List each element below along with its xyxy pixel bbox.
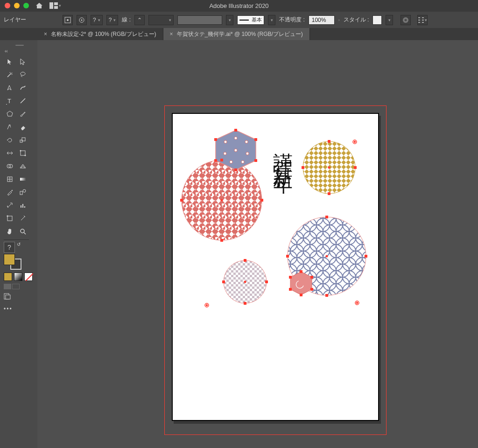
selection-tool[interactable] [4, 56, 16, 68]
scale-tool[interactable] [17, 134, 29, 146]
home-icon[interactable] [35, 2, 43, 9]
svg-point-94 [221, 199, 223, 202]
svg-point-103 [357, 302, 358, 304]
svg-rect-1 [54, 2, 58, 5]
column-graph-tool[interactable] [17, 199, 29, 211]
opacity-chevron-icon[interactable]: › [338, 18, 340, 22]
minimize-window-button[interactable] [14, 3, 20, 8]
screen-mode-normal[interactable] [4, 284, 11, 289]
canvas[interactable]: 謹賀新年 [37, 40, 478, 448]
shape-builder-tool[interactable] [4, 160, 16, 172]
opacity-value: 100% [312, 17, 326, 23]
pen-tool[interactable] [4, 82, 16, 94]
shaper-tool[interactable] [4, 121, 16, 133]
align-panel-icon[interactable]: ▾ [417, 15, 428, 25]
svg-rect-83 [325, 294, 328, 297]
svg-rect-75 [220, 239, 223, 242]
recolor-icon[interactable] [401, 15, 411, 25]
opacity-input[interactable]: 100% [309, 15, 335, 25]
panel-collapse-icon[interactable]: ‹‹ [5, 49, 35, 54]
svg-rect-84 [222, 280, 225, 283]
magic-wand-tool[interactable] [4, 69, 16, 81]
svg-rect-73 [260, 199, 263, 202]
draw-mode-icon[interactable] [4, 293, 13, 300]
gradient-tool[interactable] [17, 173, 29, 185]
perspective-grid-tool[interactable] [17, 160, 29, 172]
svg-point-26 [23, 189, 26, 192]
panel-label: レイヤー [4, 16, 26, 24]
more-tools-icon[interactable]: ••• [4, 306, 35, 312]
panel-grip-icon[interactable] [4, 43, 35, 48]
stroke-profile-drop[interactable]: ▾ [268, 15, 275, 25]
fill-stroke-proxy[interactable] [4, 254, 21, 270]
style-swatch[interactable] [373, 15, 382, 25]
align-artboard-button[interactable] [63, 15, 73, 25]
svg-line-36 [24, 232, 26, 234]
workspace-switcher[interactable]: ▾ [49, 2, 61, 9]
stroke-profile[interactable]: 基本 [237, 15, 264, 25]
width-tool[interactable] [4, 147, 16, 159]
transform-select[interactable]: ?▾ [91, 15, 103, 25]
screen-mode-full[interactable] [12, 284, 20, 289]
shape-select[interactable]: ?▾ [106, 15, 119, 25]
none-swatch[interactable] [24, 273, 33, 281]
svg-rect-90 [310, 288, 313, 291]
rotate-tool[interactable] [4, 134, 16, 146]
paintbrush-tool[interactable] [17, 108, 29, 120]
svg-rect-85 [265, 280, 268, 283]
direct-selection-tool[interactable] [17, 56, 29, 68]
eraser-tool[interactable] [17, 121, 29, 133]
svg-rect-66 [234, 129, 237, 132]
svg-point-17 [20, 150, 21, 152]
gradient-swatch[interactable] [14, 273, 22, 281]
mesh-tool[interactable] [4, 173, 16, 185]
tab-document-2[interactable]: ×年賀状タテ_幾何学.ai* @ 100% (RGB/プレビュー) [163, 28, 310, 40]
opacity-label: 不透明度 : [279, 16, 305, 24]
color-swatch[interactable] [4, 273, 12, 281]
type-tool[interactable]: T [4, 95, 16, 107]
key-object-button[interactable] [77, 15, 87, 25]
svg-point-58 [234, 137, 237, 140]
svg-line-12 [21, 98, 25, 103]
close-tab-icon[interactable]: × [44, 31, 47, 37]
artboard: 謹賀新年 [172, 113, 379, 421]
document-tabs: ×名称未設定-2* @ 100% (RGB/プレビュー) ×年賀状タテ_幾何学.… [0, 28, 478, 40]
title-bar: ▾ Adobe Illustrator 2020 [0, 0, 478, 11]
svg-rect-38 [6, 295, 10, 299]
fill-stroke-default[interactable]: ? [4, 242, 15, 253]
brush-swatch[interactable] [177, 15, 222, 25]
swap-fill-stroke-icon[interactable]: ↺ [17, 242, 21, 247]
slice-tool[interactable] [17, 212, 29, 224]
svg-rect-70 [214, 159, 217, 162]
svg-point-64 [241, 161, 244, 163]
svg-point-27 [7, 207, 8, 208]
close-window-button[interactable] [5, 3, 10, 8]
eyedropper-tool[interactable] [4, 186, 16, 198]
line-segment-tool[interactable] [17, 95, 29, 107]
brush-drop[interactable]: ▾ [226, 15, 233, 25]
blend-tool[interactable] [17, 186, 29, 198]
svg-rect-25 [20, 191, 22, 195]
svg-rect-68 [254, 159, 257, 162]
maximize-window-button[interactable] [23, 3, 29, 8]
control-bar: レイヤー ?▾ ?▾ 線 : ⌃ ▾ ▾ 基本 ▾ 不透明度 : 100% › … [0, 11, 478, 28]
style-drop[interactable]: ▾ [386, 15, 393, 25]
stroke-weight-select[interactable]: ▾ [148, 15, 174, 25]
zoom-tool[interactable] [17, 225, 29, 238]
close-tab-icon[interactable]: × [170, 31, 173, 37]
svg-point-9 [21, 72, 25, 76]
stroke-weight-dec[interactable]: ⌃ [134, 15, 145, 25]
lasso-tool[interactable] [17, 69, 29, 81]
symbol-sprayer-tool[interactable] [4, 199, 16, 211]
svg-point-62 [246, 152, 249, 155]
hand-tool[interactable] [4, 225, 16, 238]
stroke-label: 線 : [122, 16, 131, 24]
artboard-tool[interactable] [4, 212, 16, 224]
svg-rect-0 [49, 2, 53, 9]
shape-tool[interactable] [4, 108, 16, 120]
free-transform-tool[interactable] [17, 147, 29, 159]
svg-point-4 [67, 19, 69, 21]
svg-rect-71 [214, 138, 217, 141]
tab-document-1[interactable]: ×名称未設定-2* @ 100% (RGB/プレビュー) [37, 28, 163, 40]
curvature-tool[interactable] [17, 82, 29, 94]
